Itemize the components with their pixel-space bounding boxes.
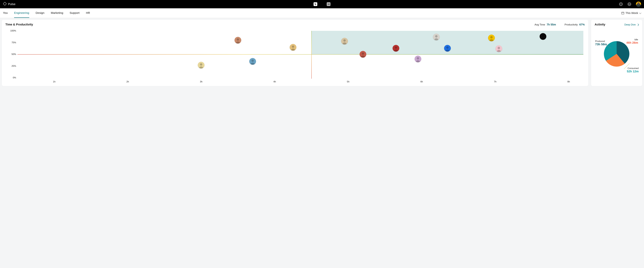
chevron-right-icon bbox=[637, 23, 639, 26]
svg-point-8 bbox=[417, 57, 419, 59]
notification-count: 13 bbox=[328, 3, 330, 5]
person-point[interactable] bbox=[249, 58, 256, 65]
svg-point-13 bbox=[542, 34, 544, 37]
svg-point-3 bbox=[252, 59, 254, 62]
svg-point-7 bbox=[395, 46, 397, 49]
person-point[interactable] bbox=[234, 37, 241, 43]
brand-logo-icon bbox=[3, 2, 7, 6]
x-tick: 8h bbox=[568, 80, 570, 83]
svg-point-4 bbox=[292, 45, 294, 48]
produced-value: 73h 58m bbox=[595, 43, 607, 46]
svg-point-1 bbox=[200, 63, 202, 66]
activity-title: Activity bbox=[595, 23, 605, 26]
x-tick: 1h bbox=[53, 80, 56, 83]
period-label: This Week bbox=[626, 11, 638, 14]
svg-point-2 bbox=[237, 38, 239, 41]
idle-value: 46h 26m bbox=[626, 41, 638, 44]
tab-support[interactable]: Support bbox=[70, 8, 80, 18]
avg-time-value: 7h 55m bbox=[547, 23, 556, 26]
svg-point-10 bbox=[446, 46, 449, 49]
section-tabs: YouEngineeringDesignMarketingSupportHR T… bbox=[0, 8, 644, 18]
y-tick: 50% bbox=[5, 53, 16, 56]
activity-card: Activity Deep Dive Produced 73h 58m Idle… bbox=[591, 20, 642, 86]
user-avatar[interactable] bbox=[636, 1, 641, 7]
top-bar: Pulse 13 ? bbox=[0, 0, 644, 8]
brand[interactable]: Pulse bbox=[3, 2, 16, 6]
activity-icon[interactable] bbox=[314, 2, 317, 6]
svg-point-5 bbox=[343, 39, 346, 42]
content-area: Time & Productivity Avg Time 7h 55m Prod… bbox=[0, 18, 644, 88]
deep-dive-link[interactable]: Deep Dive bbox=[624, 23, 639, 26]
x-tick: 3h bbox=[200, 80, 202, 83]
center-nav: 13 bbox=[314, 2, 330, 6]
tab-engineering[interactable]: Engineering bbox=[14, 8, 29, 18]
scatter-chart: 0%25%50%75%100% 1h2h3h4h5h6h7h8h bbox=[5, 29, 585, 83]
produced-label-group: Produced 73h 58m bbox=[595, 40, 607, 46]
svg-point-6 bbox=[362, 52, 364, 55]
guide-horizontal bbox=[18, 54, 583, 54]
person-point[interactable] bbox=[496, 45, 502, 52]
brand-name: Pulse bbox=[8, 2, 16, 6]
activity-pie: Produced 73h 58m Idle 46h 26m Consumed 5… bbox=[595, 29, 639, 74]
y-tick: 0% bbox=[5, 76, 16, 79]
person-point[interactable] bbox=[444, 45, 451, 52]
time-productivity-card: Time & Productivity Avg Time 7h 55m Prod… bbox=[2, 20, 588, 86]
productivity-value: 67% bbox=[579, 23, 585, 26]
person-point[interactable] bbox=[198, 62, 204, 68]
y-tick: 100% bbox=[5, 29, 16, 32]
person-point[interactable] bbox=[360, 51, 366, 58]
period-selector[interactable]: This Week bbox=[622, 11, 641, 14]
svg-point-11 bbox=[490, 36, 493, 38]
idle-label: Idle bbox=[634, 38, 638, 41]
person-point[interactable] bbox=[414, 56, 421, 62]
right-actions: ? bbox=[619, 1, 641, 7]
tab-design[interactable]: Design bbox=[36, 8, 44, 18]
x-tick: 5h bbox=[347, 80, 350, 83]
person-point[interactable] bbox=[488, 34, 495, 41]
x-tick: 2h bbox=[126, 80, 129, 83]
calendar-icon bbox=[622, 12, 624, 14]
card-header: Time & Productivity Avg Time 7h 55m Prod… bbox=[5, 23, 585, 26]
settings-icon[interactable] bbox=[619, 2, 623, 6]
consumed-label: Consumed bbox=[628, 67, 639, 69]
person-point[interactable] bbox=[341, 38, 348, 44]
productivity-label: Productivity bbox=[564, 23, 578, 26]
consumed-value: 52h 12m bbox=[627, 70, 639, 73]
svg-marker-0 bbox=[620, 3, 622, 5]
x-tick: 6h bbox=[420, 80, 423, 83]
x-tick: 4h bbox=[274, 80, 276, 83]
card-title: Time & Productivity bbox=[5, 23, 33, 26]
chevron-down-icon bbox=[639, 12, 642, 14]
y-tick: 25% bbox=[5, 65, 16, 67]
guide-vertical bbox=[312, 31, 312, 79]
tab-you[interactable]: You bbox=[3, 8, 8, 18]
tab-marketing[interactable]: Marketing bbox=[51, 8, 63, 18]
help-icon[interactable]: ? bbox=[628, 2, 631, 6]
x-tick: 7h bbox=[494, 80, 496, 83]
tab-hr[interactable]: HR bbox=[86, 8, 90, 18]
svg-point-12 bbox=[498, 47, 500, 49]
produced-label: Produced bbox=[595, 40, 605, 42]
idle-label-group: Idle 46h 26m bbox=[626, 38, 638, 44]
person-point[interactable] bbox=[392, 45, 399, 52]
person-point[interactable] bbox=[433, 34, 440, 40]
notification-count-icon[interactable]: 13 bbox=[327, 2, 330, 6]
avg-time-label: Avg Time bbox=[534, 23, 545, 26]
person-point[interactable] bbox=[290, 44, 296, 51]
person-point[interactable] bbox=[540, 33, 546, 40]
consumed-label-group: Consumed 52h 12m bbox=[627, 67, 639, 73]
y-tick: 75% bbox=[5, 41, 16, 44]
svg-point-9 bbox=[435, 35, 438, 37]
deep-dive-label: Deep Dive bbox=[624, 23, 636, 26]
